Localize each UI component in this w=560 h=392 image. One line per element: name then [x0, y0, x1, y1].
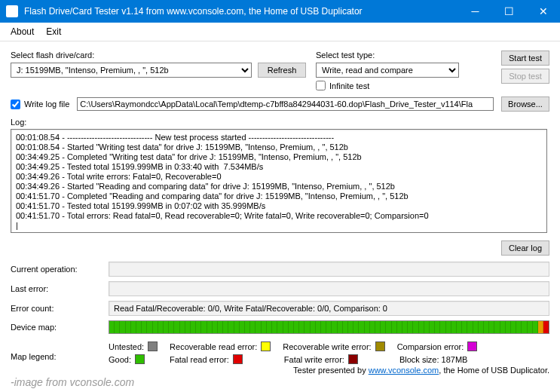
titlebar: Flash Drive/Card Tester v1.14 from www.v… [0, 0, 560, 23]
footer-note: Tester presented by www.vconsole.com, th… [109, 366, 549, 375]
write-log-checkbox-input[interactable] [11, 100, 20, 109]
current-op-value [109, 262, 549, 277]
browse-button[interactable]: Browse... [501, 96, 549, 112]
menu-about[interactable]: About [5, 24, 40, 39]
write-log-checkbox[interactable]: Write log file [11, 100, 69, 109]
close-button[interactable]: ✕ [526, 0, 560, 23]
infinite-checkbox-input[interactable] [316, 81, 326, 90]
swatch-rec-write [375, 341, 385, 351]
swatch-good [135, 354, 145, 364]
error-count-label: Error count: [11, 304, 109, 313]
select-test-label: Select test type: [316, 51, 463, 60]
device-map [109, 320, 549, 334]
swatch-untested [148, 341, 158, 351]
map-legend: Untested: Recoverable read error: Recove… [109, 341, 549, 351]
footer-link[interactable]: www.vconsole.com [369, 366, 439, 375]
error-count-value: Read Fatal/Recoverable: 0/0, Write Fatal… [109, 301, 549, 316]
swatch-fatal-write [348, 354, 358, 364]
log-path-input[interactable] [77, 97, 494, 111]
drive-select[interactable]: J: 15199MB, "Intenso, Premium, , ", 512b [11, 63, 252, 78]
map-legend-label: Map legend: [11, 352, 109, 361]
last-error-value [109, 281, 549, 296]
start-test-button[interactable]: Start test [501, 51, 549, 66]
maximize-button[interactable]: ☐ [492, 0, 526, 23]
clear-log-button[interactable]: Clear log [501, 240, 549, 256]
watermark-text: -image from vconsole.com [11, 376, 549, 388]
swatch-fatal-read [233, 354, 243, 364]
menu-exit[interactable]: Exit [40, 24, 67, 39]
block-size-text: Block size: 187MB [399, 355, 467, 364]
device-map-label: Device map: [11, 323, 109, 332]
minimize-button[interactable]: ─ [458, 0, 492, 23]
menubar: About Exit [0, 23, 560, 41]
last-error-label: Last error: [11, 284, 109, 293]
log-label: Log: [11, 118, 549, 127]
swatch-comparison [467, 341, 477, 351]
stop-test-button: Stop test [501, 69, 549, 84]
test-type-select[interactable]: Write, read and compare [316, 63, 459, 78]
refresh-button[interactable]: Refresh [258, 63, 306, 78]
window-title: Flash Drive/Card Tester v1.14 from www.v… [24, 6, 458, 17]
map-legend-row2: Good: Fatal read error: Fatal write erro… [109, 354, 549, 364]
log-textarea[interactable]: 00:01:08.54 - --------------------------… [11, 129, 547, 233]
infinite-test-checkbox[interactable]: Infinite test [316, 81, 463, 90]
current-op-label: Current operation: [11, 265, 109, 274]
app-icon [6, 5, 18, 17]
select-drive-label: Select flash drive/card: [11, 51, 308, 60]
swatch-rec-read [261, 341, 271, 351]
